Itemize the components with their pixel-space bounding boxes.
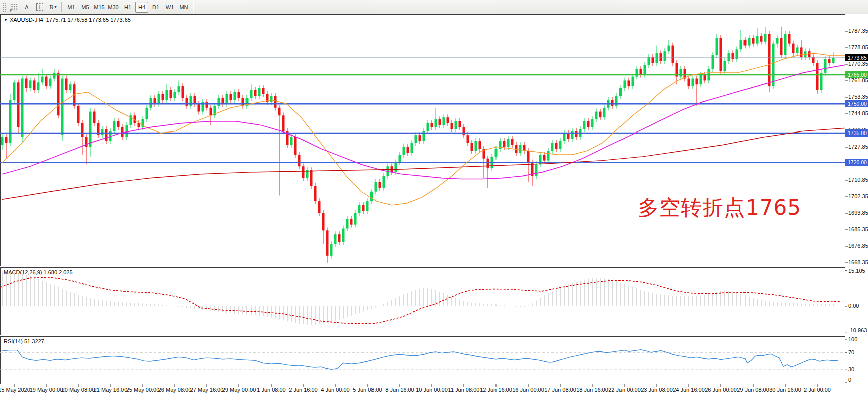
price-axis-label: 1685.35 bbox=[848, 226, 868, 232]
macd-axis-label: 15.105 bbox=[848, 268, 865, 274]
price-axis-label: 1668.35 bbox=[848, 259, 868, 266]
time-axis-label: 24 Jun 16:00 bbox=[673, 387, 705, 393]
macd-axis-label: 0.00 bbox=[848, 303, 859, 309]
symbol-name: XAUUSD-,H4 bbox=[10, 17, 43, 23]
collapse-arrow-icon[interactable]: ▼ bbox=[4, 18, 8, 22]
time-axis-label: 26 May 08:00 bbox=[158, 387, 192, 393]
price-axis-label: 1753.35 bbox=[848, 94, 868, 100]
rsi-axis-label: 0 bbox=[848, 377, 851, 383]
timeframe-button-m5[interactable]: M5 bbox=[79, 2, 92, 13]
textbox-tool-button[interactable]: T bbox=[34, 2, 46, 13]
price-axis-label: 1710.85 bbox=[848, 177, 868, 183]
price-axis-label: 1744.85 bbox=[848, 110, 868, 116]
time-axis-label: 22 Jun 00:00 bbox=[608, 387, 641, 393]
current-price-tag: 1773.65 bbox=[845, 54, 868, 61]
time-axis-label: 10 Jun 00:00 bbox=[416, 387, 448, 393]
toolbar-drag-handle[interactable] bbox=[2, 2, 6, 12]
timeframe-button-group: M1M5M15M30H1H4D1W1MN bbox=[64, 2, 191, 13]
time-axis-label: 29 May 00:00 bbox=[222, 387, 256, 393]
textbox-tool-icon: T bbox=[36, 3, 43, 11]
arrange-tool-button[interactable]: ⇅ ▾ bbox=[47, 2, 59, 13]
time-axis-label: 18 Jun 16:00 bbox=[576, 387, 608, 393]
time-axis-label: 26 Jun 00:00 bbox=[705, 387, 737, 393]
rsi-axis-label: 100 bbox=[848, 336, 857, 342]
price-axis-label: 1778.85 bbox=[848, 44, 868, 50]
symbol-ohlc: 1775.71 1776.58 1773.65 1773.65 bbox=[46, 17, 131, 23]
timeframe-button-m1[interactable]: M1 bbox=[65, 2, 78, 13]
toolbar-separator bbox=[61, 2, 62, 12]
price-tag-1765.00[interactable]: 1765.00 bbox=[845, 71, 868, 78]
time-axis-label: 27 May 16:00 bbox=[190, 387, 224, 393]
price-axis-label: 1787.35 bbox=[848, 28, 868, 34]
timeframe-button-m15[interactable]: M15 bbox=[93, 2, 106, 13]
time-axis-label: 21 May 16:00 bbox=[94, 387, 128, 393]
rsi-indicator-label: RSI(14) 51.3227 bbox=[4, 338, 44, 344]
timeframe-button-h1[interactable]: H1 bbox=[121, 2, 134, 13]
price-axis-label: 1702.35 bbox=[848, 193, 868, 199]
time-axis-label: 30 Jun 16:00 bbox=[769, 387, 801, 393]
f-grid-icon[interactable]: F bbox=[8, 2, 20, 13]
timeframe-button-w1[interactable]: W1 bbox=[163, 2, 176, 13]
price-tag-1720.00[interactable]: 1720.00 bbox=[845, 159, 868, 166]
time-axis-label: 23 Jun 08:00 bbox=[641, 387, 673, 393]
arrows-icon: ⇅ bbox=[49, 4, 53, 10]
toolbar: F A T ⇅ ▾ M1M5M15M30H1H4D1W1MN bbox=[0, 0, 868, 14]
price-tag-1735.00[interactable]: 1735.00 bbox=[845, 129, 868, 137]
price-axis-label: 1676.85 bbox=[848, 243, 868, 249]
price-tag-1750.00[interactable]: 1750.00 bbox=[845, 100, 868, 107]
mt4-window: F A T ⇅ ▾ M1M5M15M30H1H4D1W1MN ▼XAUUSD-,… bbox=[0, 0, 868, 397]
timeframe-button-mn[interactable]: MN bbox=[177, 2, 190, 13]
time-axis-label: 2 Jul 00:00 bbox=[804, 387, 831, 393]
price-axis-label: 1727.85 bbox=[848, 144, 868, 150]
price-axis-label: 1693.85 bbox=[848, 210, 868, 216]
rsi-axis-label: 70 bbox=[848, 349, 854, 355]
symbol-title[interactable]: ▼XAUUSD-,H4 1775.71 1776.58 1773.65 1773… bbox=[4, 17, 131, 23]
time-axis-label: 17 Jun 08:00 bbox=[544, 387, 576, 393]
timeframe-button-d1[interactable]: D1 bbox=[149, 2, 162, 13]
time-axis-label: 1 Jun 08:00 bbox=[257, 387, 286, 393]
macd-axis-label: -10.963 bbox=[848, 327, 867, 333]
timeframe-button-h4[interactable]: H4 bbox=[135, 2, 148, 13]
chart-annotation-text: 多空转折点1765 bbox=[638, 197, 801, 219]
time-axis-label: 25 May 00:00 bbox=[126, 387, 160, 393]
price-axis-label: 1761.85 bbox=[848, 77, 868, 83]
text-tool-button[interactable]: A bbox=[21, 2, 33, 13]
time-axis-label: 29 Jun 08:00 bbox=[737, 387, 769, 393]
time-axis-label: 4 Jun 00:00 bbox=[321, 387, 350, 393]
time-axis-label: 5 Jun 08:00 bbox=[353, 387, 382, 393]
time-axis-label: 16 Jun 00:00 bbox=[512, 387, 544, 393]
time-axis-label: 19 May 00:00 bbox=[30, 387, 63, 393]
macd-indicator-label: MACD(12,26,9) 1.680 2.025 bbox=[4, 269, 73, 275]
time-axis-label: 8 Jun 16:00 bbox=[385, 387, 414, 393]
macd-panel bbox=[1, 268, 845, 335]
rsi-panel bbox=[1, 337, 845, 384]
time-axis-label: 2 Jun 16:00 bbox=[289, 387, 318, 393]
toolbar-separator bbox=[193, 2, 194, 12]
chevron-down-icon: ▾ bbox=[55, 5, 57, 9]
time-axis-label: 15 May 2020 bbox=[0, 387, 30, 393]
price-axis-label: 1770.35 bbox=[848, 61, 868, 67]
timeframe-button-m30[interactable]: M30 bbox=[107, 2, 120, 13]
time-axis-label: 12 Jun 16:00 bbox=[480, 387, 512, 393]
time-axis-label: 20 May 08:00 bbox=[62, 387, 95, 393]
rsi-axis-label: 30 bbox=[848, 366, 854, 372]
time-axis-label: 11 Jun 08:00 bbox=[448, 387, 480, 393]
